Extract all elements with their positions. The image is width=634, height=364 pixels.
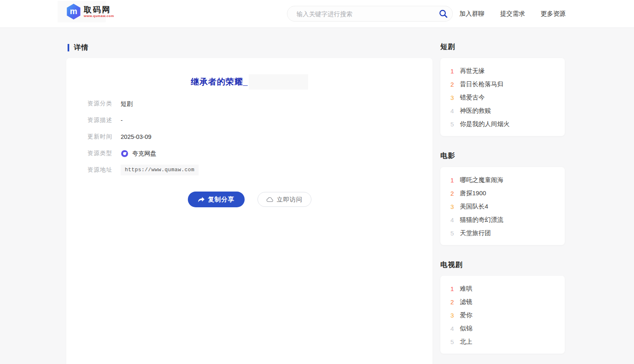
- title-blur-box: [249, 74, 308, 90]
- logo-letter: m: [70, 7, 78, 15]
- list-item[interactable]: 5 北上: [449, 335, 556, 348]
- list-item[interactable]: 2 滤镜: [449, 295, 556, 308]
- rank-item-title: 滤镜: [460, 298, 472, 306]
- sidebar-section-header-short-drama: 短剧: [440, 42, 455, 51]
- list-item[interactable]: 1 哪吒之魔童闹海: [449, 173, 556, 187]
- rank-number: 5: [449, 121, 455, 128]
- rank-item-title: 唐探1900: [460, 189, 486, 197]
- list-item[interactable]: 3 错爱古今: [449, 91, 556, 104]
- field-value-resource-type: 夸克网盘: [121, 150, 156, 158]
- site-domain: www.qumaw.com: [84, 14, 114, 18]
- rank-item-title: 难哄: [460, 285, 472, 293]
- nav-submit-request[interactable]: 提交需求: [500, 10, 525, 18]
- rank-item-title: 昔日长枪落马归: [460, 80, 503, 88]
- rank-number: 4: [449, 325, 455, 332]
- rank-item-title: 北上: [460, 338, 472, 346]
- copy-share-label: 复制分享: [208, 196, 235, 204]
- rank-item-title: 再世无缘: [460, 67, 485, 75]
- rank-number: 2: [449, 298, 455, 306]
- movies-title: 电影: [440, 151, 455, 160]
- list-item[interactable]: 2 昔日长枪落马归: [449, 78, 556, 91]
- sidebar-section-header-tv-series: 电视剧: [440, 260, 463, 269]
- nav-more-resources[interactable]: 更多资源: [541, 10, 566, 18]
- copy-share-button[interactable]: 复制分享: [188, 192, 245, 207]
- section-accent-bar: [68, 44, 69, 51]
- site-logo[interactable]: m 取码网 www.qumaw.com: [58, 1, 106, 22]
- field-label: 资源描述: [87, 116, 121, 124]
- rank-number: 1: [449, 177, 455, 184]
- list-item[interactable]: 3 爱你: [449, 308, 556, 322]
- detail-section-header: 详情: [68, 43, 89, 52]
- rank-number: 1: [449, 68, 455, 75]
- field-label: 资源分类: [87, 100, 121, 107]
- rank-number: 4: [449, 107, 455, 114]
- field-row-resource-type: 资源类型 夸克网盘: [87, 145, 432, 162]
- site-name: 取码网: [84, 5, 114, 14]
- detail-fields: 资源分类 短剧 资源描述 - 更新时间 2025-03-09 资源类型 夸克网盘: [66, 95, 432, 178]
- search-input[interactable]: [287, 10, 434, 17]
- rank-item-title: 你是我的人间烟火: [460, 120, 510, 128]
- short-drama-title: 短剧: [440, 42, 455, 51]
- list-item[interactable]: 2 唐探1900: [449, 187, 556, 200]
- list-item[interactable]: 4 似锦: [449, 322, 556, 335]
- list-item[interactable]: 1 再世无缘: [449, 64, 556, 78]
- visit-now-button[interactable]: 立即访问: [257, 192, 311, 207]
- detail-section-title: 详情: [74, 43, 89, 52]
- search-button[interactable]: [434, 6, 452, 21]
- resource-title: 继承者的荣耀_: [191, 76, 248, 87]
- list-item[interactable]: 4 猫猫的奇幻漂流: [449, 213, 556, 226]
- rank-item-title: 爱你: [460, 311, 472, 319]
- short-drama-rank-card: 1 再世无缘 2 昔日长枪落马归 3 错爱古今 4 神医的救赎 5 你是我的人间…: [440, 58, 565, 136]
- top-nav: 加入群聊 提交需求 更多资源: [459, 0, 566, 27]
- movies-rank-card: 1 哪吒之魔童闹海 2 唐探1900 3 美国队长4 4 猫猫的奇幻漂流 5 天…: [440, 167, 565, 245]
- logo-hexagon-icon: m: [66, 4, 81, 19]
- rank-item-title: 似锦: [460, 325, 472, 332]
- share-icon: [198, 197, 205, 203]
- resource-type-text: 夸克网盘: [132, 150, 156, 158]
- list-item[interactable]: 5 天堂旅行团: [449, 226, 556, 240]
- rank-number: 5: [449, 230, 455, 237]
- top-header: m 取码网 www.qumaw.com 加入群聊 提交需求 更多资源: [0, 0, 634, 27]
- field-row-category: 资源分类 短剧: [87, 95, 432, 112]
- list-item[interactable]: 3 美国队长4: [449, 200, 556, 213]
- action-buttons-row: 复制分享 立即访问: [66, 192, 432, 207]
- field-label: 更新时间: [87, 133, 121, 141]
- field-row-resource-url: 资源地址 https://www.qumaw.com: [87, 162, 432, 178]
- resource-title-row: 继承者的荣耀_: [66, 74, 432, 90]
- rank-item-title: 错爱古今: [460, 94, 485, 102]
- rank-item-title: 神医的救赎: [460, 107, 491, 115]
- visit-now-label: 立即访问: [277, 196, 303, 204]
- rank-number: 5: [449, 338, 455, 345]
- rank-number: 2: [449, 81, 455, 88]
- rank-item-title: 哪吒之魔童闹海: [460, 176, 503, 184]
- rank-item-title: 美国队长4: [460, 203, 488, 211]
- tv-series-rank-card: 1 难哄 2 滤镜 3 爱你 4 似锦 5 北上: [440, 276, 565, 354]
- field-value-category: 短剧: [121, 100, 133, 108]
- rank-number: 1: [449, 285, 455, 292]
- search-icon: [438, 9, 448, 19]
- search-bar: [287, 6, 453, 22]
- detail-card: 继承者的荣耀_ 资源分类 短剧 资源描述 - 更新时间 2025-03-09 资…: [66, 58, 432, 364]
- logo-text: 取码网 www.qumaw.com: [84, 5, 114, 18]
- rank-number: 3: [449, 203, 455, 210]
- list-item[interactable]: 5 你是我的人间烟火: [449, 117, 556, 131]
- quark-netdisk-icon: [121, 150, 129, 158]
- rank-number: 3: [449, 94, 455, 101]
- rank-number: 2: [449, 190, 455, 197]
- sidebar-section-header-movies: 电影: [440, 151, 455, 160]
- field-row-description: 资源描述 -: [87, 112, 432, 129]
- resource-url[interactable]: https://www.qumaw.com: [121, 165, 199, 175]
- list-item[interactable]: 1 难哄: [449, 282, 556, 295]
- rank-number: 3: [449, 312, 455, 319]
- tv-series-title: 电视剧: [440, 260, 463, 269]
- list-item[interactable]: 4 神医的救赎: [449, 104, 556, 117]
- field-value-description: -: [121, 117, 123, 124]
- nav-join-group[interactable]: 加入群聊: [459, 10, 484, 18]
- field-label: 资源类型: [87, 150, 121, 157]
- field-row-update-time: 更新时间 2025-03-09: [87, 129, 432, 145]
- rank-item-title: 猫猫的奇幻漂流: [460, 216, 503, 224]
- field-value-update-time: 2025-03-09: [121, 133, 151, 140]
- field-label: 资源地址: [87, 166, 121, 174]
- rank-item-title: 天堂旅行团: [460, 229, 491, 237]
- rank-number: 4: [449, 216, 455, 223]
